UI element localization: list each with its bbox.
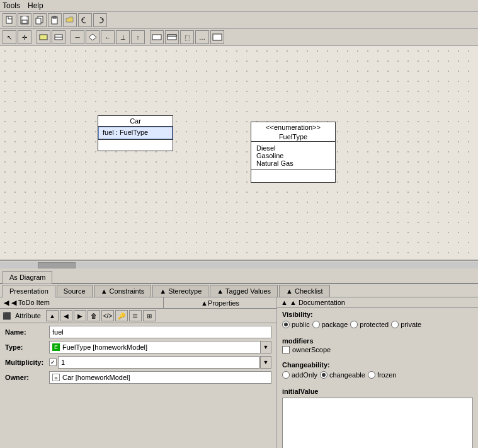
car-empty-section [98, 139, 173, 151]
multiplicity-row: Multiplicity: ✓ ▼ [5, 356, 271, 369]
tb-undo[interactable] [78, 13, 92, 27]
svg-rect-4 [23, 16, 26, 20]
tb-paste[interactable] [48, 13, 62, 27]
todo-item-header[interactable]: ◀ ◀ ToDo Item [0, 297, 164, 308]
car-class-box[interactable]: Car fuel : FuelType [98, 115, 173, 151]
attr-grid-btn[interactable]: ⊞ [143, 310, 156, 321]
attr-next-btn[interactable]: ▶ [74, 310, 86, 321]
tool-cross[interactable]: ✛ [18, 30, 31, 44]
tool-dotted[interactable]: … [195, 30, 209, 44]
tb-copy[interactable] [33, 13, 47, 27]
owner-value: Car [homeworkModel] [62, 374, 130, 381]
type-dropdown-btn[interactable]: ▼ [260, 341, 271, 353]
tab-as-diagram[interactable]: As Diagram [3, 271, 52, 284]
radio-package[interactable]: package [312, 321, 348, 328]
radio-addonly-circle [282, 371, 290, 379]
tool-perp[interactable]: ⊥ [116, 30, 130, 44]
tool-empty-box[interactable] [210, 30, 224, 44]
tab-checklist[interactable]: ▲ Checklist [279, 285, 330, 297]
initial-value-box[interactable] [282, 398, 473, 448]
tool-rect1[interactable] [37, 30, 50, 44]
radio-changeable[interactable]: changeable [320, 371, 365, 379]
tb-save[interactable] [18, 13, 31, 27]
attr-icon: ⬛ [3, 312, 11, 320]
tool-arrow-up[interactable]: ↑ [131, 30, 145, 44]
radio-frozen[interactable]: frozen [368, 371, 397, 379]
tool-line[interactable]: ─ [71, 30, 84, 44]
type-select[interactable]: E FuelType [homeworkModel] [49, 341, 261, 353]
tool-box2[interactable] [165, 30, 179, 44]
owner-label: Owner: [5, 374, 49, 381]
radio-private[interactable]: private [391, 321, 421, 328]
tool-select[interactable]: ↖ [3, 30, 16, 44]
tb-open[interactable] [63, 13, 77, 27]
properties-label: Properties [208, 299, 239, 307]
owner-select-container: ≡ Car [homeworkModel] [49, 371, 271, 384]
attr-toolbar: ⬛ Attribute ▲ ◀ ▶ 🗑 </> 🔑 ☰ ⊞ [0, 309, 276, 323]
enum-stereotype: <<enumeration>> [251, 122, 335, 132]
radio-public[interactable]: public [282, 321, 310, 328]
tool-arrow-left[interactable]: ← [101, 30, 115, 44]
type-icon: E [52, 343, 60, 351]
main-tab-row: Presentation Source ▲ Constraints ▲ Ster… [0, 284, 478, 297]
attr-up-btn[interactable]: ▲ [46, 310, 59, 321]
multiplicity-checkbox[interactable]: ✓ [49, 359, 57, 366]
tool-diamond[interactable] [86, 30, 100, 44]
car-attribute[interactable]: fuel : FuelType [98, 127, 173, 139]
radio-addonly[interactable]: addOnly [282, 371, 317, 379]
diagram-tab-row: As Diagram [0, 269, 478, 284]
radio-changeable-label: changeable [329, 371, 365, 379]
menubar: Tools Help [0, 0, 478, 12]
svg-marker-15 [89, 34, 96, 40]
radio-private-label: private [401, 321, 421, 328]
visibility-radio-group: public package protected private [282, 319, 473, 330]
menu-tools[interactable]: Tools [3, 1, 20, 10]
modifiers-title: modifiers [282, 337, 473, 345]
tool-rect2[interactable] [52, 30, 65, 44]
attr-code-btn[interactable]: </> [101, 310, 114, 321]
properties-header: ▲ Properties [164, 297, 276, 308]
enum-item-1: Gasoline [256, 152, 330, 159]
name-input[interactable] [49, 326, 271, 338]
toolbar2: ↖ ✛ ─ ← ⊥ ↑ ⬚ … [0, 29, 478, 46]
attr-key-btn[interactable]: 🔑 [115, 310, 128, 321]
radio-protected[interactable]: protected [350, 321, 389, 328]
ownerscope-item[interactable]: ownerScope [282, 346, 473, 353]
radio-frozen-circle [368, 371, 375, 379]
tb-redo[interactable] [93, 13, 107, 27]
attr-delete-btn[interactable]: 🗑 [88, 310, 100, 321]
left-panel: ◀ ◀ ToDo Item ▲ Properties ⬛ Attribute ▲… [0, 297, 277, 448]
radio-public-label: public [292, 321, 310, 328]
owner-select[interactable]: ≡ Car [homeworkModel] [49, 371, 271, 384]
radio-frozen-label: frozen [377, 371, 397, 379]
canvas-background [0, 46, 478, 260]
tool-box1[interactable] [150, 30, 164, 44]
radio-package-circle [312, 321, 320, 328]
tab-stereotype[interactable]: ▲ Stereotype [152, 285, 208, 297]
fueltype-enum-box[interactable]: <<enumeration>> FuelType Diesel Gasoline… [251, 122, 336, 183]
tab-presentation[interactable]: Presentation [3, 285, 55, 297]
todo-item-label: ◀ ToDo Item [11, 299, 50, 307]
attr-prev-btn[interactable]: ◀ [60, 310, 72, 321]
tool-box3[interactable]: ⬚ [180, 30, 194, 44]
radio-private-circle [391, 321, 399, 328]
tab-source[interactable]: Source [57, 285, 93, 297]
svg-rect-5 [22, 20, 27, 23]
radio-package-label: package [322, 321, 348, 328]
mult-dropdown-btn[interactable]: ▼ [260, 356, 271, 369]
enum-item-2: Natural Gas [256, 159, 330, 167]
attr-label: Attribute [15, 312, 41, 319]
hscrollbar-thumb[interactable] [38, 262, 76, 268]
tb-new[interactable] [3, 13, 16, 27]
enum-empty [251, 169, 335, 182]
menu-help[interactable]: Help [28, 1, 43, 10]
multiplicity-input[interactable] [58, 356, 259, 369]
radio-changeable-circle [320, 371, 327, 379]
canvas-area[interactable]: Car fuel : FuelType <<enumeration>> Fuel… [0, 46, 478, 260]
tab-tagged-values[interactable]: ▲ Tagged Values [210, 285, 278, 297]
tab-constraints[interactable]: ▲ Constraints [94, 285, 152, 297]
todo-arrow-left: ◀ [4, 299, 9, 307]
attr-list-btn[interactable]: ☰ [129, 310, 142, 321]
ownerscope-checkbox[interactable] [282, 346, 290, 353]
hscrollbar[interactable] [0, 260, 478, 269]
